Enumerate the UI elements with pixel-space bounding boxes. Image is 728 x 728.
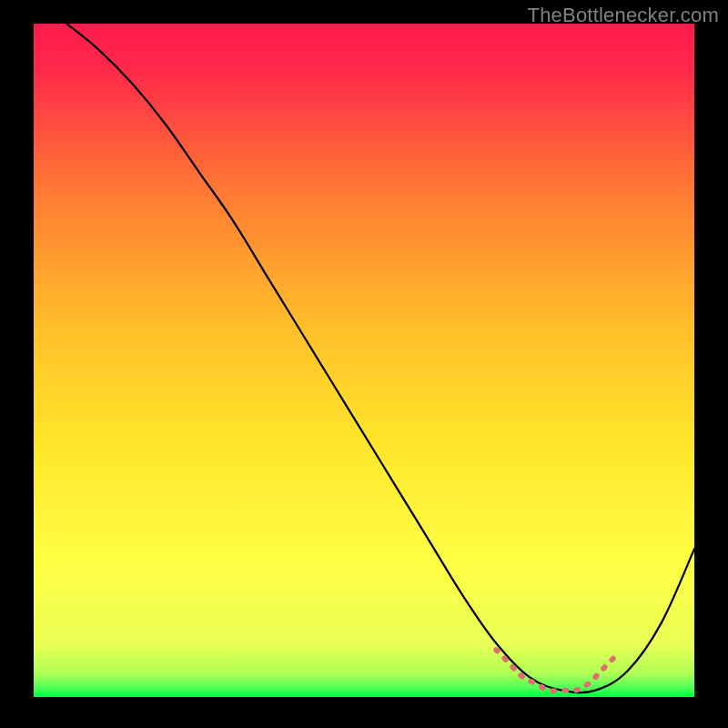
watermark-text: TheBottlenecker.com	[528, 4, 719, 27]
gradient-background	[34, 24, 694, 697]
plot-area	[34, 24, 694, 697]
chart-svg	[34, 24, 694, 697]
chart-container: TheBottlenecker.com	[0, 0, 728, 728]
